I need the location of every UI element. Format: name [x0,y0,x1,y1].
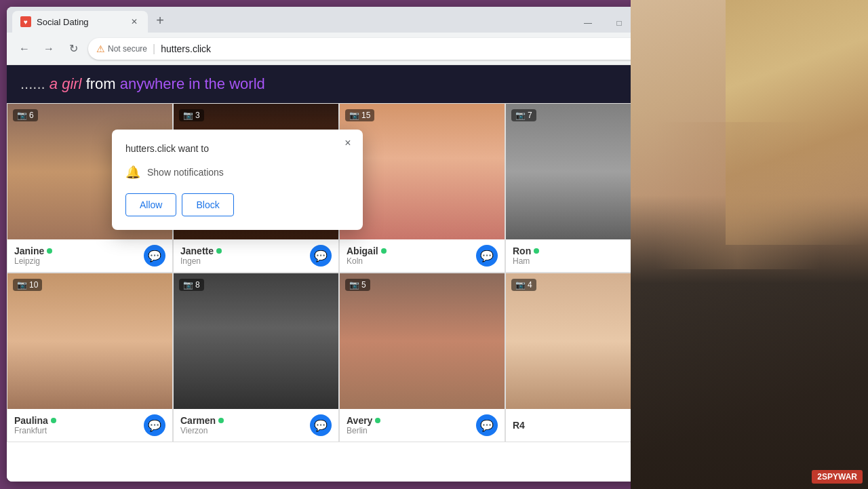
dating-header: ...... a girl from anywhere in the world [7,65,671,103]
profile-name: Avery [347,415,380,426]
profile-location: Koln [347,256,387,266]
page-content: ...... a girl from anywhere in the world… [7,65,671,482]
online-indicator [47,248,52,254]
watermark: 2SPYWAR [812,470,863,484]
profile-name: Abigail [347,246,387,256]
minimize-button[interactable]: — [572,14,604,33]
profile-card[interactable]: 📷8 Carmen Vierzon 💬 [173,273,339,442]
messenger-button[interactable]: 💬 [144,414,165,436]
person-overlay [631,0,868,489]
active-tab[interactable]: ♥ Social Dating ✕ [12,11,148,33]
profile-photo [340,104,505,239]
profile-name: Janette [180,246,222,256]
dialog-permission: 🔔 Show notifications [125,165,349,180]
profile-photo [340,273,505,409]
security-label: Not secure [108,44,147,54]
profile-name: Janine [14,246,52,256]
dialog-close-button[interactable]: × [341,136,355,150]
dialog-title: hutters.click want to [125,143,349,154]
refresh-button[interactable]: ↻ [64,39,83,58]
photo-count: 📷3 [179,109,204,121]
online-indicator [381,248,387,254]
person-silhouette [631,0,868,489]
online-indicator [375,418,380,423]
messenger-button[interactable]: 💬 [310,414,332,436]
profile-name: Paulina [14,415,56,426]
profile-info: Janette Ingen 💬 [174,239,338,272]
omnibox[interactable]: ⚠ Not secure | hutters.click ☆ [88,38,663,60]
profile-info: Paulina Frankfurt 💬 [7,409,172,442]
new-tab-button[interactable]: + [151,11,170,30]
profile-name: R4 [513,420,525,431]
permission-label: Show notifications [147,167,224,178]
profile-card[interactable]: 📷15 Abigail Koln 💬 [339,103,505,273]
profile-card[interactable]: 📷10 Paulina Frankfurt 💬 [7,273,173,442]
url-display: hutters.click [161,43,211,54]
profile-photo [174,273,338,409]
online-indicator [534,248,539,254]
bell-icon: 🔔 [125,165,140,180]
block-button[interactable]: Block [182,193,233,216]
profile-location: Ham [513,256,539,266]
photo-count: 📷5 [345,279,370,291]
header-girl-text: a girl [50,75,82,92]
tab-close-button[interactable]: ✕ [129,16,140,27]
messenger-button[interactable]: 💬 [310,245,332,267]
photo-count: 📷7 [511,109,536,121]
back-button[interactable]: ← [15,39,34,58]
browser-window: ♥ Social Dating ✕ + — □ ✕ ← → ↻ ⚠ Not se… [7,7,671,482]
tab-favicon: ♥ [20,16,31,27]
profile-location: Frankfurt [14,426,56,435]
photo-count: 📷6 [13,109,38,121]
photo-count: 📷4 [511,279,536,291]
profile-location: Berlin [347,426,380,435]
profile-card[interactable]: 📷5 Avery Berlin 💬 [339,273,505,442]
allow-button[interactable]: Allow [125,193,176,216]
profile-info: Carmen Vierzon 💬 [174,409,338,442]
tab-title: Social Dating [37,17,123,27]
messenger-button[interactable]: 💬 [476,414,498,436]
arm-overlay [654,122,821,269]
photo-count: 📷10 [13,279,42,291]
profile-location: Leipzig [14,256,52,266]
photo-count: 📷15 [345,109,374,121]
header-world-text: anywhere in the world [120,75,265,92]
online-indicator [218,418,224,423]
messenger-button[interactable]: 💬 [476,245,498,267]
security-badge: ⚠ Not secure [96,43,147,54]
online-indicator [51,418,56,423]
forward-button[interactable]: → [39,39,58,58]
notification-dialog: × hutters.click want to 🔔 Show notificat… [112,130,363,230]
profile-location: Vierzon [180,426,224,435]
profile-info: Avery Berlin 💬 [340,409,505,442]
profile-info: Abigail Koln 💬 [340,239,505,272]
profile-name: Carmen [180,415,224,426]
address-bar: ← → ↻ ⚠ Not secure | hutters.click ☆ [7,33,671,65]
profile-name: Ron [513,246,539,256]
photo-count: 📷8 [179,279,204,291]
warning-icon: ⚠ [96,43,105,54]
dialog-buttons: Allow Block [125,193,349,216]
profile-photo [7,273,172,409]
tab-bar: ♥ Social Dating ✕ + — □ ✕ [7,7,671,33]
online-indicator [216,248,222,254]
messenger-button[interactable]: 💬 [144,245,165,267]
profile-info: Janine Leipzig 💬 [7,239,172,272]
profile-location: Ingen [180,256,222,266]
